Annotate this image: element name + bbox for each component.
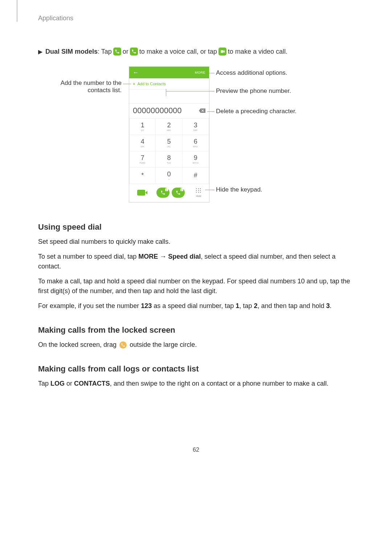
dual-sim-instruction: ▶ Dual SIM models : Tap or to make a voi… <box>38 48 354 56</box>
section-locked-screen-title: Making calls from the locked screen <box>38 325 354 335</box>
plus-icon: + <box>133 82 135 86</box>
key-0[interactable]: 0+ <box>156 167 182 184</box>
add-to-contacts-button[interactable]: + Add to Contacts <box>129 78 209 90</box>
dual-sim-label: Dual SIM models <box>45 48 98 56</box>
triangle-bullet-icon: ▶ <box>38 48 42 55</box>
callout-delete: Delete a preceding character. <box>216 108 297 115</box>
key-6[interactable]: 6MNO <box>183 135 209 151</box>
page-section-header: Applications <box>38 15 354 22</box>
page-number: 62 <box>38 447 354 453</box>
call-sim2-icon <box>130 48 138 56</box>
call-sim1-icon <box>113 48 121 56</box>
key-1[interactable]: 1QO <box>129 118 156 135</box>
left-margin-rule <box>17 0 17 22</box>
callout-hide-keypad: Hide the keypad. <box>216 186 262 193</box>
key-8[interactable]: 8TUV <box>156 151 182 167</box>
phone-drag-icon <box>119 341 127 349</box>
speed-dial-p1: Set speed dial numbers to quickly make c… <box>38 237 354 247</box>
callout-more-options: Access additional options. <box>216 69 287 77</box>
back-arrow-icon[interactable]: ← <box>133 69 139 76</box>
key-4[interactable]: 4GHI <box>129 135 156 151</box>
number-preview-area <box>129 90 209 104</box>
key-hash[interactable]: # <box>183 167 209 184</box>
key-2[interactable]: 2ABC <box>156 118 182 135</box>
dialer-bottom-row: 1 2 Hide <box>129 184 209 202</box>
video-call-icon <box>219 48 226 56</box>
key-star[interactable]: * <box>129 167 156 184</box>
key-9[interactable]: 9WXYZ <box>183 151 209 167</box>
section-speed-dial-title: Using speed dial <box>38 222 354 232</box>
key-7[interactable]: 7PQRS <box>129 151 156 167</box>
call-sim2-button[interactable]: 2 <box>172 188 185 198</box>
sim2-badge: 2 <box>180 188 183 191</box>
keypad: 1QO 2ABC 3DEF 4GHI 5JKL 6MNO 7PQRS 8TUV … <box>129 118 209 184</box>
speed-dial-p4: For example, if you set the number 123 a… <box>38 301 354 311</box>
speed-dial-p2: To set a number to speed dial, tap MORE … <box>38 252 354 271</box>
locked-screen-p: On the locked screen, drag outside the l… <box>38 340 354 350</box>
call-sim1-button[interactable]: 1 <box>156 188 170 198</box>
add-to-contacts-label: Add to Contacts <box>137 82 166 86</box>
sim1-badge: 1 <box>165 188 168 191</box>
key-5[interactable]: 5JKL <box>156 135 182 151</box>
backspace-button[interactable] <box>199 108 205 113</box>
video-call-button[interactable] <box>137 190 145 196</box>
dialer-figure: ← MORE + Add to Contacts 00000000000 1QO… <box>38 66 354 201</box>
speed-dial-p3: To make a call, tap and hold a speed dia… <box>38 276 354 296</box>
dialer-mockup: ← MORE + Add to Contacts 00000000000 1QO… <box>129 66 209 202</box>
key-3[interactable]: 3DEF <box>183 118 209 135</box>
section-call-logs-title: Making calls from call logs or contacts … <box>38 364 354 374</box>
callout-add-contacts: Add the number to the contacts list. <box>38 79 122 94</box>
call-logs-p: Tap LOG or CONTACTS, and then swipe to t… <box>38 379 354 389</box>
callout-preview: Preview the phone number. <box>216 87 291 95</box>
dialer-header: ← MORE <box>129 67 209 78</box>
entered-digits: 00000000000 <box>133 106 182 115</box>
more-button[interactable]: MORE <box>195 71 205 74</box>
digits-row: 00000000000 <box>129 104 209 118</box>
hide-keypad-button[interactable]: Hide <box>196 188 201 197</box>
